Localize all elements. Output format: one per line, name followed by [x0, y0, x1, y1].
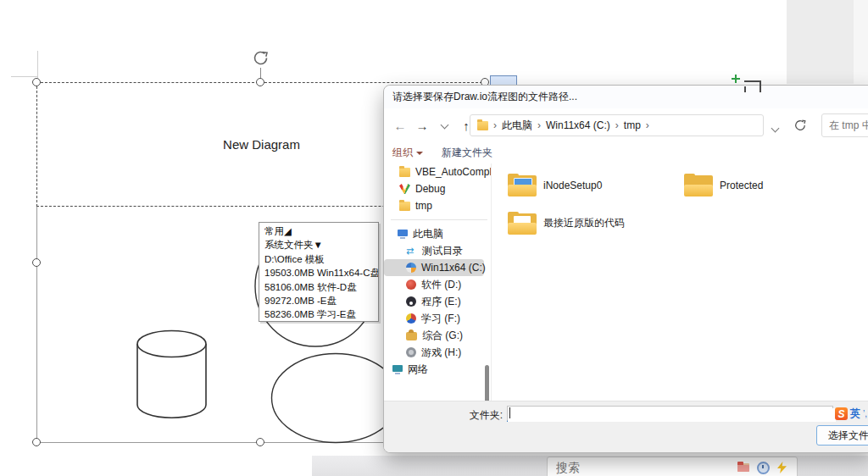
folder-icon [684, 174, 713, 196]
breadcrumb-drive-c[interactable]: Win11x64 (C:) [544, 119, 612, 131]
cylinder-shape[interactable] [135, 328, 209, 421]
search-input[interactable] [822, 114, 868, 136]
back-button[interactable]: ← [389, 119, 411, 133]
ime-mode-label: 英 [850, 407, 860, 421]
handle-bottom-left[interactable] [32, 438, 41, 446]
folder-field-label: 文件夹: [384, 408, 503, 423]
save-file-dialog: 请选择要保存Draw.io流程图的文件路径... ← → ↑ › 此电脑 › W… [383, 85, 868, 453]
drive-h-icon [406, 347, 416, 357]
file-item-protected[interactable]: Protected [684, 174, 854, 196]
sidebar-item-label: 综合 (G:) [422, 329, 463, 343]
popup-item[interactable]: 58106.0MB 软件-D盘 [264, 280, 378, 294]
dialog-footer: 文件夹: S 英 ’, 选择文件夹 [384, 401, 868, 452]
caret-down-icon [416, 152, 423, 155]
launcher-icons [737, 462, 787, 474]
sidebar-item-debug[interactable]: Debug [384, 180, 491, 197]
ime-punct-label: ’, [863, 409, 867, 418]
history-clock-icon[interactable] [757, 462, 770, 474]
drive-f-icon [406, 313, 416, 324]
network-icon [392, 365, 403, 372]
selection-left-edge [36, 205, 37, 442]
rotate-handle-icon[interactable] [251, 48, 270, 68]
ime-indicator[interactable]: S 英 ’, [835, 407, 867, 421]
dialog-titlebar: 请选择要保存Draw.io流程图的文件路径... [384, 86, 868, 108]
sidebar-item-drive-f[interactable]: 学习 (F:) [384, 310, 491, 327]
page-guide-horizontal [11, 76, 37, 77]
file-name: Protected [720, 180, 763, 191]
folder-icon [508, 212, 537, 235]
sidebar-item-vbe[interactable]: VBE_AutoCompl [384, 163, 491, 180]
select-folder-button[interactable]: 选择文件夹 [816, 425, 868, 446]
sidebar-item-network[interactable]: 网络 [384, 361, 491, 378]
drive-e-icon [406, 296, 416, 307]
breadcrumb-tmp[interactable]: tmp [622, 119, 643, 131]
file-item-inodesetup0[interactable]: iNodeSetup0 [508, 174, 677, 196]
chevron-down-icon [771, 125, 780, 133]
sidebar-item-drive-g[interactable]: 综合 (G:) [384, 327, 491, 344]
handle-mid-left[interactable] [32, 258, 41, 267]
popup-item[interactable]: 系统文件夹▼ [264, 238, 378, 252]
sidebar-item-label: 网络 [408, 363, 428, 377]
popup-item[interactable]: D:\Office 模板 [264, 252, 378, 266]
paste-cursor-bracket [744, 80, 761, 92]
file-item-code[interactable]: 最接近原版的代码 [508, 212, 677, 235]
dialog-title: 请选择要保存Draw.io流程图的文件路径... [392, 90, 577, 104]
recent-locations-button[interactable] [433, 119, 455, 133]
sidebar-item-test-dir[interactable]: ⇄ 测试目录 [384, 242, 491, 259]
sidebar-item-label: Win11x64 (C:) [421, 262, 486, 274]
folder-icon [399, 202, 410, 211]
sidebar-item-drive-c[interactable]: Win11x64 (C:) [384, 259, 484, 276]
breadcrumb-this-pc[interactable]: 此电脑 [500, 119, 534, 133]
drive-list-popup: 常用◢ 系统文件夹▼ D:\Office 模板 19503.0MB Win11x… [259, 222, 379, 322]
sidebar-separator [391, 219, 487, 220]
quick-launch-bolt-icon[interactable] [777, 462, 787, 473]
diagram-title: New Diagram [223, 137, 300, 152]
launcher-search-input[interactable] [548, 461, 737, 474]
sidebar-item-tmp[interactable]: tmp [384, 197, 491, 214]
handle-bottom-mid[interactable] [256, 438, 264, 446]
sidebar-item-label: tmp [415, 200, 432, 212]
handle-top-left[interactable] [32, 78, 41, 86]
sidebar-item-label: 学习 (F:) [421, 312, 460, 326]
breadcrumb-separator: › [643, 119, 653, 131]
background-window-scroll-area [854, 0, 868, 84]
folder-icon [399, 168, 410, 177]
new-folder-button[interactable]: 新建文件夹 [442, 146, 492, 160]
handle-top-mid[interactable] [256, 78, 264, 86]
breadcrumb-separator: › [612, 119, 622, 131]
forward-button[interactable]: → [411, 119, 433, 133]
popup-item[interactable]: 19503.0MB Win11x64-C盘 [264, 266, 378, 280]
breadcrumb-separator: › [534, 119, 544, 131]
popup-item[interactable]: 常用◢ [264, 224, 378, 238]
computer-icon [398, 230, 408, 236]
drive-c-icon [406, 263, 416, 273]
popup-item[interactable]: 99272.0MB -E盘 [264, 294, 378, 307]
organize-button[interactable]: 组织 [392, 146, 423, 160]
sidebar-item-drive-h[interactable]: 游戏 (H:) [384, 344, 491, 361]
plus-cursor-icon [735, 75, 737, 83]
breadcrumb-separator: › [490, 119, 500, 131]
popup-item[interactable]: 58236.0MB 学习-E盘 [264, 307, 378, 321]
sidebar-item-label: 软件 (D:) [421, 278, 461, 292]
recent-folder-icon[interactable] [737, 463, 749, 472]
sidebar-item-label: 程序 (E:) [421, 295, 461, 309]
select-folder-label: 选择文件夹 [828, 429, 868, 443]
sogou-logo-icon: S [835, 407, 848, 420]
address-bar[interactable]: › 此电脑 › Win11x64 (C:) › tmp › [470, 114, 764, 136]
dialog-toolbar: 组织 新建文件夹 [384, 142, 868, 164]
ellipse-shape[interactable] [270, 352, 401, 444]
file-list: iNodeSetup0 Protected 最接近原版的代码 [492, 163, 868, 401]
address-dropdown-button[interactable] [772, 122, 778, 137]
sidebar-item-drive-d[interactable]: 软件 (D:) [384, 276, 491, 293]
sidebar-item-label: VBE_AutoCompl [415, 166, 492, 178]
drive-g-icon [406, 332, 417, 340]
debug-icon [399, 184, 410, 194]
refresh-button[interactable] [794, 119, 806, 131]
launcher-search-bar [547, 457, 798, 476]
search-box [821, 113, 868, 137]
sidebar-item-drive-e[interactable]: 程序 (E:) [384, 293, 491, 310]
dialog-navrow: ← → ↑ › 此电脑 › Win11x64 (C:) › tmp › [384, 108, 868, 142]
sidebar-item-this-pc[interactable]: 此电脑 [384, 225, 491, 242]
folder-field [507, 406, 833, 422]
folder-input[interactable] [508, 408, 836, 422]
